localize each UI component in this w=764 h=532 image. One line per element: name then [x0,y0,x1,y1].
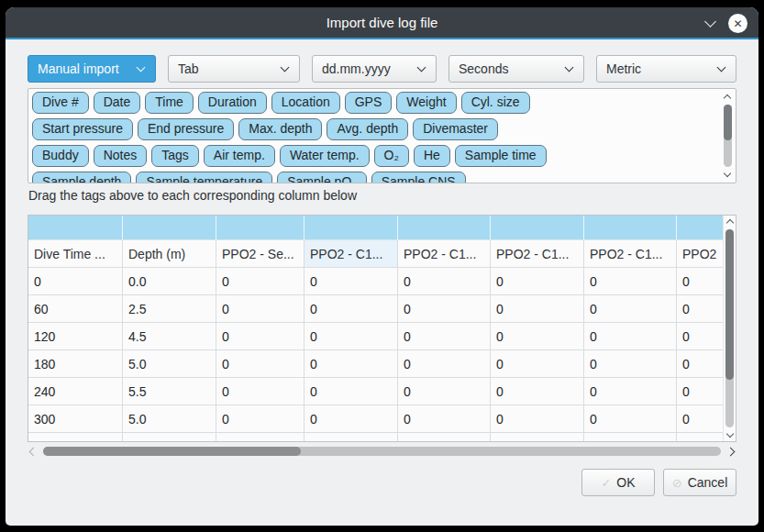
column-header[interactable]: PPO2 - C1... [491,240,584,267]
tag-sample-time[interactable]: Sample time [455,145,547,167]
tags-vertical-scrollbar[interactable] [721,91,734,181]
column-drop-target[interactable] [123,216,216,239]
table-cell: 120 [28,323,123,349]
tag-sample-temperature[interactable]: Sample temperature [136,172,272,183]
table-cell: 0 [677,350,723,377]
table-cell: 0 [216,323,304,349]
tag-divemaster[interactable]: Divemaster [413,118,498,140]
column-header[interactable]: PPO2 [677,240,723,267]
table-cell: 0 [216,405,304,432]
table-row [28,433,723,441]
table-scroll-down-icon[interactable] [727,430,733,441]
column-header[interactable]: PPO2 - C1... [304,240,398,267]
column-header[interactable]: Dive Time ... [28,240,123,267]
table-cell: 0 [398,378,491,405]
combo-dd-mm-yyyy[interactable]: dd.mm.yyyy [312,55,437,83]
table-cell: 0 [304,378,398,405]
table-cell: 0 [584,350,677,377]
table-scroll-up-icon[interactable] [727,216,733,227]
close-button[interactable]: ✕ [728,14,747,33]
table-horizontal-scrollbar[interactable] [28,445,736,458]
column-drop-target[interactable] [304,216,398,239]
column-header[interactable]: Depth (m) [123,240,216,267]
column-drop-target[interactable] [28,216,123,239]
table-cell: 0 [584,378,677,405]
tag-weight[interactable]: Weight [396,92,456,114]
tag-location[interactable]: Location [271,92,340,114]
tag-buddy[interactable]: Buddy [32,145,89,167]
tag-end-pressure[interactable]: End pressure [138,118,234,140]
table-scrollbar-track[interactable] [725,229,734,427]
tags-scrollbar-track[interactable] [724,105,732,167]
tag-scroll-area: Dive #DateTimeDurationLocationGPSWeightC… [28,88,736,183]
hscrollbar-track[interactable] [43,447,721,456]
dialog-content: Manual importTabdd.mm.yyyySecondsMetric … [6,39,758,496]
tag-sample-cns[interactable]: Sample CNS [371,172,466,183]
tag-max-depth[interactable]: Max. depth [238,118,322,140]
scroll-left-icon[interactable] [29,447,39,456]
table-cell: 0 [677,405,723,432]
import-options-row: Manual importTabdd.mm.yyyySecondsMetric [28,55,736,83]
table-scrollbar-thumb[interactable] [725,229,734,380]
table-cell: 0 [491,350,584,377]
table-cell: 300 [28,405,123,432]
table-row: 2405.5000000 [28,378,723,405]
column-drop-target[interactable] [216,216,304,239]
hscrollbar-thumb[interactable] [43,447,301,456]
table-cell: 4.5 [123,323,216,349]
tag-cyl-size[interactable]: Cyl. size [461,92,530,114]
titlebar[interactable]: Import dive log file ✕ [6,7,758,39]
table-cell: 0 [216,378,304,405]
tags-scrollbar-thumb[interactable] [724,105,732,140]
tag-tags[interactable]: Tags [151,145,199,167]
shade-chevron-down-icon[interactable] [704,16,716,28]
cancel-button[interactable]: ⊘ Cancel [663,469,736,496]
tag-sample-po[interactable]: Sample pO₂ [277,172,366,183]
table-row: Dive Time ...Depth (m)PPO2 - Se...PPO2 -… [28,240,723,268]
ok-check-icon: ✓ [601,476,611,490]
table-cell: 0 [584,405,677,432]
tag-date[interactable]: Date [94,92,141,114]
tag-he[interactable]: He [414,145,450,167]
scroll-right-icon[interactable] [726,447,736,456]
tag-start-pressure[interactable]: Start pressure [32,118,133,140]
column-drop-target[interactable] [491,216,584,239]
tag-dive[interactable]: Dive # [32,92,89,114]
tag-gps[interactable]: GPS [345,92,393,114]
tag-water-temp[interactable]: Water temp. [280,145,370,167]
scroll-down-icon[interactable] [725,170,730,181]
table-row: 1204.5000000 [28,323,723,350]
table-cell: 0 [584,323,677,349]
combo-metric[interactable]: Metric [596,55,736,83]
tag-air-temp[interactable]: Air temp. [204,145,275,167]
combo-label: dd.mm.yyyy [322,61,391,76]
table-row: 3005.0000000 [28,405,723,433]
tag-time[interactable]: Time [145,92,194,114]
table-cell: 0.0 [123,268,216,294]
column-drop-target[interactable] [584,216,677,239]
scroll-up-icon[interactable] [725,91,730,102]
tag-row: BuddyNotesTagsAir temp.Water temp.O₂HeSa… [32,145,717,167]
table-cell: 0 [216,350,304,377]
tag-sample-depth[interactable]: Sample depth [32,172,131,183]
tag-duration[interactable]: Duration [198,92,267,114]
combo-manual-import[interactable]: Manual import [28,55,156,83]
column-drop-target[interactable] [398,216,491,239]
column-header[interactable]: PPO2 - C1... [584,240,677,267]
combo-seconds[interactable]: Seconds [448,55,584,83]
tag-o[interactable]: O₂ [374,145,409,167]
column-header[interactable]: PPO2 - Se... [216,240,304,267]
column-drop-target[interactable] [677,216,723,239]
table-cell: 0 [491,378,584,405]
tag-notes[interactable]: Notes [94,145,148,167]
table-cell [398,433,491,441]
tag-avg-depth[interactable]: Avg. depth [327,118,408,140]
column-header[interactable]: PPO2 - C1... [398,240,491,267]
close-icon: ✕ [733,18,742,29]
table-vertical-scrollbar[interactable] [723,216,736,441]
table-body: Dive Time ...Depth (m)PPO2 - Se...PPO2 -… [28,216,723,441]
table-cell: 0 [491,323,584,349]
ok-button[interactable]: ✓ OK [581,469,655,496]
combo-tab[interactable]: Tab [168,55,300,83]
table-cell [677,433,723,441]
